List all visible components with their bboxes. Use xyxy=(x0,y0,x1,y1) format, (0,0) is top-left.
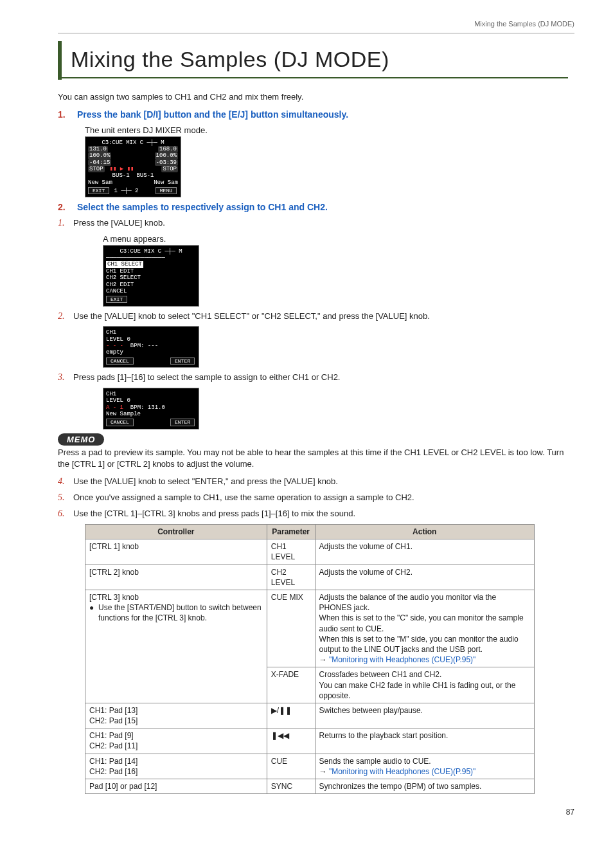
table-row: CH1: Pad [14] CH2: Pad [16] CUE Sends th… xyxy=(85,754,535,779)
scr4-l3b: BPM: 131.0 xyxy=(130,404,165,411)
cell-r5c3: Switches between play/pause. xyxy=(315,703,534,728)
sub4-text: Use the [VALUE] knob to select "ENTER," … xyxy=(73,476,338,487)
substep-4: 4. Use the [VALUE] knob to select "ENTER… xyxy=(58,476,574,488)
scr1-menu: MENU xyxy=(155,187,177,194)
scr1-header: C3:CUE MIX C ─┼─ M xyxy=(88,140,178,146)
scr2-i3: CH2 SELECT xyxy=(106,275,196,281)
scr4-l4: New Sample xyxy=(106,411,196,417)
step-2-text: Select the samples to respectively assig… xyxy=(77,201,328,213)
scr3-cancel: CANCEL xyxy=(106,357,134,365)
cell-r3c1: [CTRL 3] knob ● Use the [START/END] butt… xyxy=(85,590,267,703)
scr1-l2b: 100.0% xyxy=(155,152,178,159)
r3c3-link-row: → "Monitoring with Headphones (CUE)(P.95… xyxy=(319,655,530,665)
substep-1: 1. Press the [VALUE] knob. xyxy=(58,217,574,230)
sub6-text: Use the [CTRL 1]–[CTRL 3] knobs and pres… xyxy=(73,508,355,520)
memo-text: Press a pad to preview its sample. You m… xyxy=(58,447,574,469)
r6c1-a: CH1: Pad [9] xyxy=(89,730,263,741)
screenshot-2-wrap: C3:CUE MIX C ─┼─ M ───────────────── CH1… xyxy=(103,245,574,307)
step-2: 2. Select the samples to respectively as… xyxy=(58,201,574,213)
sub1-text: Press the [VALUE] knob. xyxy=(73,217,165,229)
screenshot-2: C3:CUE MIX C ─┼─ M ───────────────── CH1… xyxy=(103,245,199,307)
step-2-number: 2. xyxy=(58,201,77,213)
screenshot-4-wrap: CH1 LEVEL 0 A - 1 BPM: 131.0 New Sample … xyxy=(103,388,574,429)
scr4-l1: CH1 xyxy=(106,391,196,397)
bullet-icon: ● xyxy=(89,602,98,623)
cell-r6c3: Returns to the playback start position. xyxy=(315,728,534,754)
step-1: 1. Press the bank [D/I] button and the [… xyxy=(58,109,574,121)
scr2-i1: CH1 SELECT xyxy=(106,261,143,267)
title-rule xyxy=(62,77,568,78)
running-head: Mixing the Samples (DJ MODE) xyxy=(58,19,574,29)
r7c1-a: CH1: Pad [14] xyxy=(89,756,263,766)
r7c3-link[interactable]: "Monitoring with Headphones (CUE)(P.95)" xyxy=(329,767,475,776)
cell-r8c2: SYNC xyxy=(267,779,315,794)
top-rule xyxy=(58,33,574,33)
scr1-l6a: New Sam xyxy=(88,179,112,186)
title-block: Mixing the Samples (DJ MODE) xyxy=(58,41,574,80)
memo-badge: MEMO xyxy=(58,433,104,446)
cell-r4c3: Crossfades between CH1 and CH2. You can … xyxy=(315,667,534,703)
scr3-l2: LEVEL 0 xyxy=(106,336,196,343)
r3c1-bullet: ● Use the [START/END] button to switch b… xyxy=(89,602,263,623)
cell-r8c1: Pad [10] or pad [12] xyxy=(85,779,267,794)
table-row: Pad [10] or pad [12] SYNC Synchronizes t… xyxy=(85,779,535,794)
sub3-num: 3. xyxy=(58,372,73,384)
r3c3-c: When this is set to the "M" side, you ca… xyxy=(319,634,530,655)
scr3-l1: CH1 xyxy=(106,329,196,336)
cell-r5c2: ▶/❚❚ xyxy=(267,703,315,728)
r7c3-a: Sends the sample audio to CUE. xyxy=(319,756,530,766)
intro-text: You can assign two samples to CH1 and CH… xyxy=(58,91,574,103)
cell-r6c1: CH1: Pad [9] CH2: Pad [11] xyxy=(85,728,267,754)
substep-5: 5. Once you've assigned a sample to CH1,… xyxy=(58,492,574,504)
sub2-text: Use the [VALUE] knob to select "CH1 SELE… xyxy=(73,311,430,322)
controller-table: Controller Parameter Action [CTRL 1] kno… xyxy=(85,524,535,794)
th-controller: Controller xyxy=(85,525,267,539)
cell-r4c2: X-FADE xyxy=(267,667,315,703)
r7c3-link-pre: → xyxy=(319,767,329,776)
cell-r2c1: [CTRL 2] knob xyxy=(85,565,267,590)
scr2-blank: ───────────────── xyxy=(106,255,196,261)
r7c3-link-row: → "Monitoring with Headphones (CUE)(P.95… xyxy=(319,766,530,777)
r4c3-b: You can make CH2 fade in while CH1 is fa… xyxy=(319,680,530,701)
scr3-l3b: BPM: --- xyxy=(130,343,158,349)
scr1-l2a: 100.0% xyxy=(88,152,111,159)
cell-r7c3: Sends the sample audio to CUE. → "Monito… xyxy=(315,754,534,779)
table-header-row: Controller Parameter Action xyxy=(85,525,535,539)
scr4-cancel: CANCEL xyxy=(106,419,134,426)
cell-r2c3: Adjusts the volume of CH2. xyxy=(315,565,534,590)
cell-r7c2: CUE xyxy=(267,754,315,779)
r3c1-bullet-text: Use the [START/END] button to switch bet… xyxy=(98,602,263,623)
cell-r7c1: CH1: Pad [14] CH2: Pad [16] xyxy=(85,754,267,779)
scr2-i5: CANCEL xyxy=(106,288,196,294)
r3c3-link[interactable]: "Monitoring with Headphones (CUE)(P.95)" xyxy=(329,655,475,664)
table-row: [CTRL 3] knob ● Use the [START/END] butt… xyxy=(85,590,535,667)
r3c3-a: Adjusts the balance of the audio you mon… xyxy=(319,592,530,613)
screenshot-1-wrap: C3:CUE MIX C ─┼─ M 131.0168.0 100.0%100.… xyxy=(85,136,574,198)
substep-2: 2. Use the [VALUE] knob to select "CH1 S… xyxy=(58,311,574,323)
table-row: CH1: Pad [9] CH2: Pad [11] ❚◀◀ Returns t… xyxy=(85,728,535,754)
cell-r5c1: CH1: Pad [13] CH2: Pad [15] xyxy=(85,703,267,728)
r5c1-a: CH1: Pad [13] xyxy=(89,705,263,716)
scr1-l6b: New Sam xyxy=(154,179,178,186)
scr3-enter: ENTER xyxy=(170,357,195,365)
substep-6: 6. Use the [CTRL 1]–[CTRL 3] knobs and p… xyxy=(58,508,574,520)
scr3-l3a: - - - xyxy=(106,343,123,349)
page-number: 87 xyxy=(58,807,574,817)
sub5-text: Once you've assigned a sample to CH1, us… xyxy=(73,492,414,503)
sub3-text: Press pads [1]–[16] to select the sample… xyxy=(73,372,341,383)
scr1-l1b: 168.0 xyxy=(158,146,178,152)
r3c1-main: [CTRL 3] knob xyxy=(89,592,263,602)
r6c1-b: CH2: Pad [11] xyxy=(89,741,263,751)
scr2-exit: EXIT xyxy=(106,296,127,303)
sub1-num: 1. xyxy=(58,217,73,230)
step-1-caption: The unit enters DJ MIXER mode. xyxy=(85,125,574,136)
scr1-l3b: -03:39 xyxy=(155,159,178,166)
screenshot-3: CH1 LEVEL 0 - - - BPM: --- empty CANCELE… xyxy=(103,326,199,368)
r4c3-a: Crossfades between CH1 and CH2. xyxy=(319,669,530,680)
th-parameter: Parameter xyxy=(267,525,315,539)
cell-r2c2: CH2 LEVEL xyxy=(267,565,315,590)
cell-r3c2: CUE MIX xyxy=(267,590,315,667)
step-1-text: Press the bank [D/I] button and the [E/J… xyxy=(77,109,348,121)
scr4-l3a: A - 1 xyxy=(106,404,123,411)
sub2-num: 2. xyxy=(58,311,73,323)
